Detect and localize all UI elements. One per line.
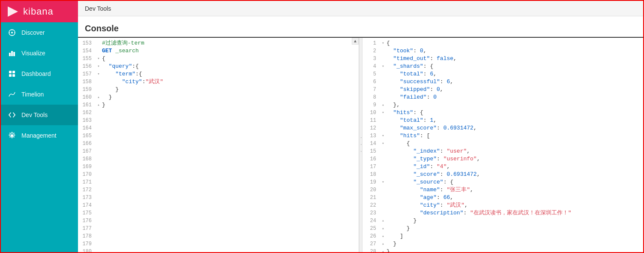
table-row: 160 ▴ }: [78, 93, 359, 101]
right-editor-pane: 1 ▾ { 2 "took": 0, 3: [362, 38, 643, 252]
table-row: 21 "age": 66,: [362, 194, 643, 202]
table-row: 170: [78, 171, 359, 178]
table-row: 25 ▴ }: [362, 225, 643, 232]
sidebar-item-dashboard-label: Dashboard: [21, 70, 51, 77]
editors-container: ▲ 153 #过滤查询-term 154 GET _se: [78, 38, 643, 252]
sidebar-item-dashboard[interactable]: Dashboard: [1, 63, 78, 84]
table-row: 172: [78, 186, 359, 194]
table-row: 175: [78, 209, 359, 217]
table-row: 22 "city": "武汉",: [362, 202, 643, 209]
table-row: 177: [78, 225, 359, 232]
table-row: 9 ▴ },: [362, 101, 643, 109]
table-row: 10 ▾ "hits": {: [362, 109, 643, 117]
logo-text: kibana: [23, 6, 54, 17]
console-header: Console: [78, 16, 643, 38]
main-content: Dev Tools Console ▲ 153 #过滤查询-term: [78, 1, 643, 252]
scroll-up-button[interactable]: ▲: [352, 38, 359, 45]
table-row: 7 "skipped": 0,: [362, 86, 643, 93]
table-row: 15 "_index": "user",: [362, 148, 643, 155]
table-row: 18 "_score": 0.6931472,: [362, 171, 643, 178]
visualize-icon: [8, 49, 16, 57]
table-row: 19 ▾ "_source": {: [362, 178, 643, 186]
svg-point-2: [11, 32, 13, 33]
table-row: 14 ▾ {: [362, 140, 643, 148]
top-bar: Dev Tools: [78, 1, 643, 16]
right-editor-scroll[interactable]: 1 ▾ { 2 "took": 0, 3: [362, 38, 643, 252]
svg-rect-10: [9, 71, 12, 73]
table-row: 3 "timed_out": false,: [362, 55, 643, 63]
table-row: 171: [78, 178, 359, 186]
table-row: 28 ▴ }: [362, 248, 643, 252]
app-container: kibana Discover Visualize Dashboard Time: [0, 0, 644, 253]
sidebar-item-discover[interactable]: Discover: [1, 22, 78, 43]
table-row: 178: [78, 232, 359, 240]
table-row: 168: [78, 155, 359, 163]
timelion-icon: [8, 90, 16, 99]
table-row: 27 ▴ }: [362, 240, 643, 248]
table-row: 2 "took": 0,: [362, 47, 643, 55]
table-row: 155 ▾ {: [78, 55, 359, 63]
right-code-area: 1 ▾ { 2 "took": 0, 3: [362, 38, 643, 252]
svg-rect-7: [9, 53, 11, 56]
table-row: 24 ▴ }: [362, 217, 643, 225]
table-row: 12 "max_score": 0.6931472,: [362, 124, 643, 132]
svg-marker-0: [8, 6, 18, 17]
table-row: 173: [78, 194, 359, 202]
svg-rect-11: [12, 71, 15, 73]
table-row: 179: [78, 240, 359, 248]
sidebar-item-devtools-label: Dev Tools: [21, 111, 48, 118]
table-row: 17 "_id": "4",: [362, 163, 643, 171]
table-row: 16 "_type": "userinfo",: [362, 155, 643, 163]
table-row: 1 ▾ {: [362, 39, 643, 47]
table-row: 167: [78, 148, 359, 155]
table-row: 180: [78, 248, 359, 252]
table-row: 161 ▴ }: [78, 101, 359, 109]
table-row: 11 "total": 1,: [362, 117, 643, 124]
table-row: 158 "city":"武汉": [78, 78, 359, 86]
left-editor-scroll[interactable]: 153 #过滤查询-term 154 GET _search 155: [78, 38, 359, 252]
sidebar-item-visualize[interactable]: Visualize: [1, 43, 78, 63]
top-bar-title: Dev Tools: [85, 5, 111, 12]
sidebar-item-devtools[interactable]: Dev Tools: [1, 105, 78, 125]
sidebar-item-discover-label: Discover: [21, 29, 45, 36]
svg-point-14: [11, 134, 13, 137]
logo: kibana: [1, 1, 78, 22]
left-code-area: 153 #过滤查询-term 154 GET _search 155: [78, 38, 359, 252]
table-row: 166: [78, 140, 359, 148]
table-row: 165: [78, 132, 359, 140]
table-row: 23 "description": "在武汉读书，家在武汉！在深圳工作！": [362, 209, 643, 217]
table-row: 159 }: [78, 86, 359, 93]
kibana-logo-icon: [6, 5, 20, 18]
console-title: Console: [85, 24, 119, 33]
table-row: 5 "total": 6,: [362, 70, 643, 78]
sidebar: kibana Discover Visualize Dashboard Time: [1, 1, 78, 252]
sidebar-item-timelion-label: Timelion: [21, 91, 44, 98]
table-row: 169: [78, 163, 359, 171]
sidebar-item-management-label: Management: [21, 132, 57, 139]
sidebar-item-visualize-label: Visualize: [21, 50, 45, 57]
svg-rect-13: [12, 74, 15, 77]
table-row: 163: [78, 117, 359, 124]
svg-rect-9: [13, 52, 15, 56]
sidebar-item-management[interactable]: Management: [1, 125, 78, 146]
table-row: 153 #过滤查询-term: [78, 39, 359, 47]
table-row: 26 ▴ ]: [362, 232, 643, 240]
svg-rect-12: [9, 74, 12, 77]
table-row: 156 ▾ "query":{: [78, 63, 359, 70]
devtools-icon: [8, 111, 16, 119]
table-row: 157 ▾ "term":{: [78, 70, 359, 78]
dashboard-icon: [8, 69, 16, 78]
table-row: 20 "name": "张三丰",: [362, 186, 643, 194]
table-row: 8 "failed": 0: [362, 93, 643, 101]
table-row: 6 "successful": 6,: [362, 78, 643, 86]
discover-icon: [8, 28, 16, 37]
table-row: 154 GET _search: [78, 47, 359, 55]
pane-divider[interactable]: · · ·: [359, 38, 362, 252]
table-row: 162: [78, 109, 359, 117]
left-editor-pane: ▲ 153 #过滤查询-term 154 GET _se: [78, 38, 359, 252]
table-row: 13 ▾ "hits": [: [362, 132, 643, 140]
table-row: 164: [78, 124, 359, 132]
table-row: 4 ▾ "_shards": {: [362, 63, 643, 70]
table-row: 176: [78, 217, 359, 225]
sidebar-item-timelion[interactable]: Timelion: [1, 84, 78, 105]
